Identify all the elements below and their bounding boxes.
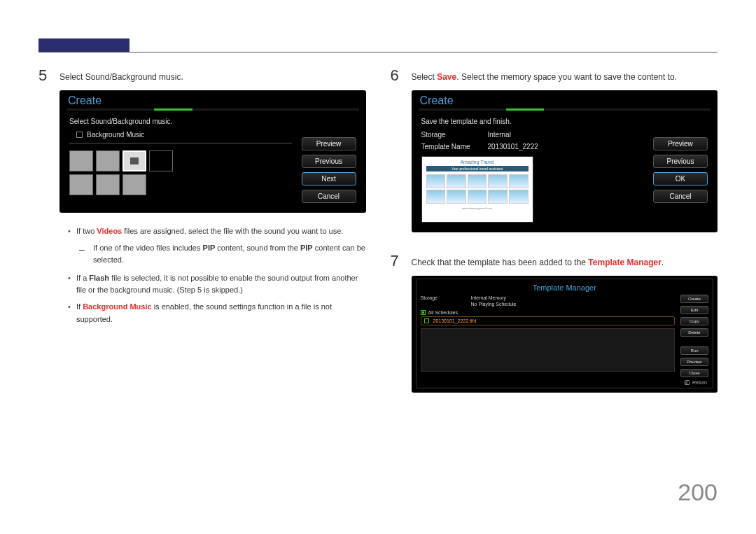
tm-create-button[interactable]: Create (680, 295, 708, 303)
template-file-row[interactable]: 20130101_2222.tlfd (421, 316, 676, 325)
step-5-screenshot: Create Select Sound/Background music. Ba… (59, 90, 366, 213)
checkbox-label: Background Music (87, 131, 144, 139)
step-6-screenshot: Create Save the template and finish. Sto… (412, 90, 718, 232)
preview-footer: www.amazingtravel.com (426, 204, 528, 210)
left-column: 5 Select Sound/Background music. Create … (38, 66, 366, 400)
header-rule (38, 52, 718, 52)
thumbnail[interactable] (149, 150, 173, 171)
tm-noschedule: No Playing Schedule (421, 301, 676, 307)
storage-label: Storage (421, 131, 488, 139)
ok-button[interactable]: OK (653, 172, 708, 185)
step-7-number: 7 (391, 252, 403, 393)
preview-subtitle: Your professional travel assistant (426, 166, 528, 171)
thumbnail[interactable] (96, 174, 120, 195)
step-6-text: Select Save. Select the memory space you… (412, 71, 718, 83)
tm-copy-button[interactable]: Copy (680, 317, 708, 325)
preview-button[interactable]: Preview (302, 137, 356, 150)
tm-close-button[interactable]: Close (680, 369, 708, 377)
thumbnail-grid (69, 150, 292, 195)
cancel-button[interactable]: Cancel (653, 190, 708, 203)
checkbox-icon (421, 310, 426, 315)
bullet-3: If Background Music is enabled, the soun… (59, 301, 366, 325)
template-preview: Amazing Travel Your professional travel … (421, 156, 533, 223)
preview-title: Amazing Travel (426, 160, 528, 166)
screenshot-subtitle: Save the template and finish. (421, 118, 644, 125)
storage-row: Storage Internal (421, 131, 644, 139)
sub-bullet: If one of the video files includes PIP c… (59, 242, 366, 267)
thumbnail[interactable] (69, 174, 93, 195)
tm-storage-row: Storage Internal Memory (421, 295, 676, 301)
return-bar[interactable]: Return (421, 377, 709, 385)
header-decorative-block (38, 38, 130, 52)
cancel-button[interactable]: Cancel (302, 190, 356, 203)
template-name-label: Template Name (421, 143, 488, 150)
create-title: Create (412, 90, 718, 108)
thumbnail[interactable] (69, 150, 93, 171)
thumbnail-selected[interactable] (122, 150, 146, 171)
previous-button[interactable]: Previous (302, 155, 356, 168)
create-title: Create (59, 90, 366, 108)
step-7-screenshot: Template Manager Storage Internal Memory… (412, 276, 718, 393)
previous-button[interactable]: Previous (653, 155, 708, 168)
progress-bar (66, 108, 359, 111)
next-button[interactable]: Next (302, 172, 356, 185)
step-5: 5 Select Sound/Background music. Create … (38, 66, 366, 330)
checkbox-icon (76, 132, 83, 138)
all-schedules-checkbox[interactable]: All Schedules (421, 310, 676, 315)
progress-bar (419, 108, 711, 111)
template-manager-title: Template Manager (421, 282, 709, 295)
template-list-area (421, 328, 676, 372)
preview-button[interactable]: Preview (653, 137, 708, 150)
notes-list-2: If a Flash file is selected, it is not p… (59, 272, 366, 325)
template-name-row: Template Name 20130101_2222 (421, 143, 644, 150)
step-6-number: 6 (391, 66, 403, 245)
template-name-value: 20130101_2222 (488, 143, 538, 150)
step-7: 7 Check that the template has been added… (391, 252, 718, 393)
tm-delete-button[interactable]: Delete (680, 328, 708, 337)
template-filename: 20130101_2222.tlfd (433, 318, 477, 323)
step-5-text: Select Sound/Background music. (59, 71, 366, 83)
file-icon (424, 318, 429, 323)
thumbnail[interactable] (96, 150, 120, 171)
tm-preview-button[interactable]: Preview (680, 358, 708, 366)
screenshot-subtitle: Select Sound/Background music. (69, 118, 292, 125)
page-number: 200 (678, 479, 718, 506)
bullet-2: If a Flash file is selected, it is not p… (59, 272, 366, 297)
background-music-checkbox[interactable]: Background Music (76, 131, 292, 139)
step-6: 6 Select Save. Select the memory space y… (391, 66, 718, 245)
notes-list: If two Videos files are assigned, select… (59, 225, 366, 238)
storage-value: Internal (488, 131, 511, 139)
tm-edit-button[interactable]: Edit (680, 306, 708, 314)
thumbnail[interactable] (122, 174, 146, 195)
right-column: 6 Select Save. Select the memory space y… (391, 66, 718, 400)
step-5-number: 5 (38, 66, 51, 330)
content-columns: 5 Select Sound/Background music. Create … (38, 66, 718, 400)
step-7-text: Check that the template has been added t… (412, 256, 718, 269)
tm-run-button[interactable]: Run (680, 346, 708, 355)
bullet-1: If two Videos files are assigned, select… (59, 225, 366, 238)
return-icon (685, 380, 690, 385)
